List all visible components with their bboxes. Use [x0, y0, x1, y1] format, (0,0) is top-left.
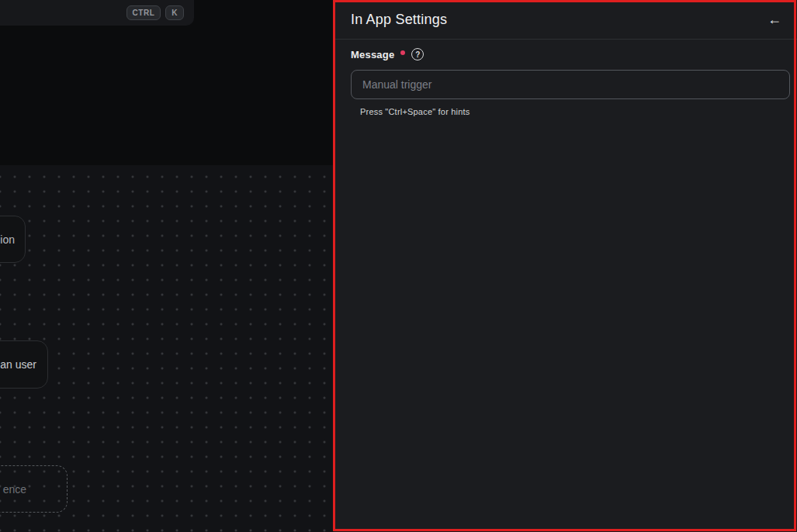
message-field-group: Message ? Press "Ctrl+Space" for hints — [334, 40, 797, 116]
panel-header: In App Settings ← — [334, 0, 797, 40]
workflow-node[interactable]: an user — [0, 340, 48, 389]
message-label: Message — [351, 49, 394, 60]
message-label-row: Message ? — [351, 48, 790, 60]
workflow-node-placeholder[interactable]: ence — [0, 465, 68, 513]
workflow-node-label: ence — [3, 483, 26, 496]
required-indicator — [400, 50, 405, 55]
k-key-badge: K — [165, 5, 184, 20]
in-app-settings-panel: In App Settings ← Message ? Press "Ctrl+… — [334, 0, 797, 532]
help-icon[interactable]: ? — [411, 48, 424, 60]
workflow-node-label: ion — [0, 233, 15, 246]
back-button[interactable]: ← — [764, 11, 785, 28]
help-icon-glyph: ? — [415, 50, 420, 59]
page-title: In App Settings — [351, 12, 447, 28]
ctrl-key-badge: CTRL — [126, 5, 161, 20]
workflow-node-label: an user — [0, 358, 36, 371]
back-arrow-icon: ← — [768, 12, 781, 27]
workflow-node[interactable]: ion — [0, 216, 26, 263]
command-bar[interactable]: CTRL K — [0, 0, 194, 26]
message-input[interactable] — [351, 70, 790, 99]
editor-hint: Press "Ctrl+Space" for hints — [360, 107, 790, 116]
